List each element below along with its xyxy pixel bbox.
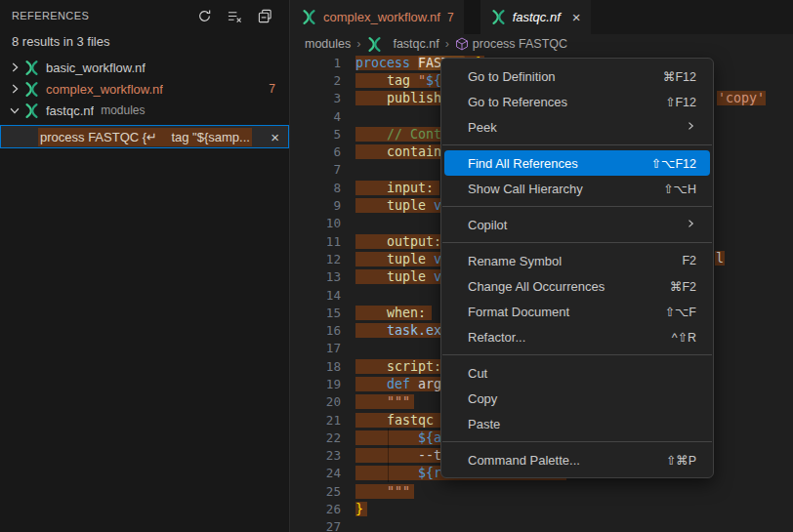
menu-item-shortcut: ⇧⌥F [664,305,696,319]
nextflow-icon [490,9,513,25]
menu-item-label: Find All References [468,156,651,171]
token [355,377,387,391]
menu-item-find-all-references[interactable]: Find All References⇧⌥F12 [444,150,710,176]
line-number: 17 [291,341,341,355]
tab-label: complex_workflow.nf [323,10,440,24]
menu-item-change-all-occurrences[interactable]: Change All Occurrences⌘F2 [444,273,710,299]
menu-item-refactor[interactable]: Refactor...^⇧R [444,324,710,349]
token [355,127,387,142]
line-number: 16 [291,323,341,338]
token [355,394,387,409]
menu-item-label: Go to Definition [468,69,663,84]
code-text: input: [355,181,439,195]
nextflow-icon [366,36,389,53]
token [355,144,387,159]
menu-separator [442,354,712,355]
menu-item-go-to-definition[interactable]: Go to Definition⌘F12 [444,63,710,89]
line-number: 1 [291,56,341,70]
menu-item-cut[interactable]: Cut [444,360,710,386]
line-number: 14 [291,288,341,303]
collapse-all-icon-button[interactable] [256,7,273,24]
code-text: output: [355,234,447,249]
breadcrumb-item-modules[interactable]: modules [305,37,351,51]
token: tuple [387,198,434,213]
menu-item-label: Go to References [468,95,665,109]
token: process [355,56,410,70]
menu-item-shortcut: ⇧⌥F12 [651,156,696,171]
symbol-cube-icon [455,37,469,51]
nextflow-icon [301,9,323,25]
menu-item-shortcut: ⌘F12 [663,69,696,84]
tree-item-fastqc-nf[interactable]: fastqc.nfmodules [0,100,289,121]
line-number: 10 [291,216,341,230]
nextflow-icon [23,60,46,76]
code-text: fastqc \ [355,413,453,428]
line-number: 4 [291,109,341,124]
menu-item-label: Format Document [468,305,664,319]
tab-complex-workflow-nf[interactable]: complex_workflow.nf7 [291,0,464,34]
code-text-right-fragment: l [715,251,725,266]
menu-item-shortcut: ^⇧R [672,330,696,345]
line-number: 21 [291,413,341,428]
tab-fastqc-nf[interactable]: fastqc.nf× [480,0,591,34]
tree-item-basic-workflow-nf[interactable]: basic_workflow.nf [0,57,289,78]
references-tree: basic_workflow.nfcomplex_workflow.nf7fas… [0,57,289,148]
menu-item-label: Paste [468,417,696,431]
menu-item-peek[interactable]: Peek [444,114,710,140]
breadcrumb-item-fastqc-nf[interactable]: fastqc.nf [366,36,438,53]
nextflow-icon [23,81,46,98]
line-number: 27 [291,519,341,532]
line-number: 3 [291,91,341,105]
tree-item-label: fastqc.nf [46,103,94,118]
token: tuple [387,269,434,284]
menu-item-label: Command Palette... [468,453,666,468]
menu-item-format-document[interactable]: Format Document⇧⌥F [444,299,710,324]
menu-item-label: Copy [468,391,696,406]
menu-item-label: Cut [468,366,696,381]
breadcrumb-item-process-fastqc[interactable]: process FASTQC [455,37,567,51]
line-number: 7 [291,162,341,177]
menu-item-show-call-hierarchy[interactable]: Show Call Hierarchy⇧⌥H [444,176,710,201]
tree-item-complex-workflow-nf[interactable]: complex_workflow.nf7 [0,78,289,100]
tab-label: fastqc.nf [513,10,561,24]
code-text-right-fragment: 'copy' [717,91,766,105]
submenu-chevron-icon [685,217,696,232]
menu-separator [442,144,712,145]
token: tag [387,73,410,88]
code-line: 26} [291,500,793,517]
refresh-icon-button[interactable] [195,7,213,24]
token: when: [387,306,426,320]
code-text: script: [355,359,447,374]
token [355,269,387,284]
menu-item-copy[interactable]: Copy [444,386,710,411]
token [355,234,387,249]
menu-item-shortcut: F2 [682,254,696,267]
token: 'copy' [718,91,765,105]
token: script: [387,359,441,374]
chevron-down-icon [6,103,23,117]
tree-item-label: complex_workflow.nf [46,82,163,97]
menu-item-rename-symbol[interactable]: Rename SymbolF2 [444,248,710,273]
breadcrumb-separator-icon: › [445,37,449,51]
token: input: [387,181,434,195]
close-icon[interactable]: × [271,130,279,144]
close-icon[interactable]: × [572,10,581,24]
menu-separator [442,206,712,207]
menu-item-paste[interactable]: Paste [444,411,710,436]
menu-item-label: Show Call Hierarchy [468,182,663,196]
breadcrumb: modules›fastqc.nf›process FASTQC [291,34,793,54]
reference-result-item[interactable]: process FASTQC {↵ tag "${samp...× [0,125,289,148]
tab-gap [464,0,480,34]
token [355,198,387,213]
chevron-right-icon [6,82,23,96]
token [355,73,387,88]
clear-all-icon-button[interactable] [226,7,243,24]
menu-item-copilot[interactable]: Copilot [444,212,710,237]
code-text: """ [355,484,414,499]
menu-item-command-palette[interactable]: Command Palette...⇧⌘P [444,447,710,472]
token: tuple [387,252,434,266]
vscode-window: REFERENCES 8 results in 3 files basic_wo… [0,0,793,532]
breadcrumb-label: fastqc.nf [393,37,438,51]
menu-item-go-to-references[interactable]: Go to References⇧F12 [444,89,710,114]
menu-separator [442,242,712,243]
